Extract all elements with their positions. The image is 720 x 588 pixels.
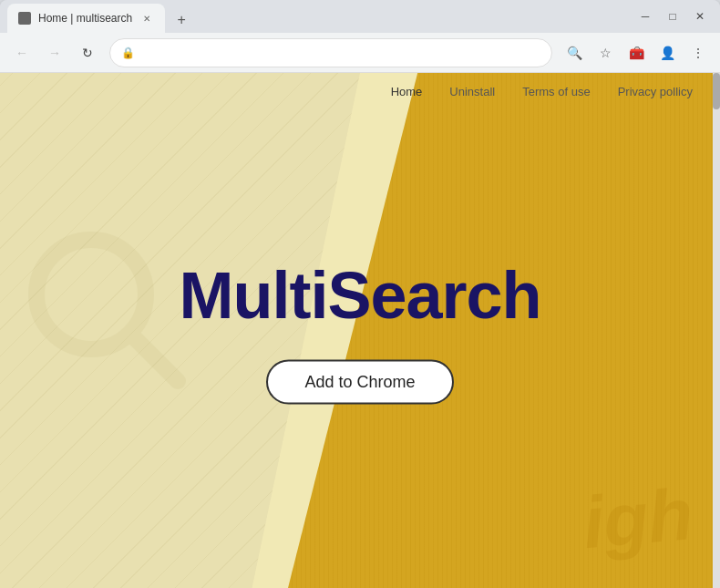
minimize-button[interactable]: ─ [633,4,658,29]
close-button[interactable]: ✕ [687,4,713,29]
forward-button[interactable]: → [40,38,69,67]
search-button[interactable]: 🔍 [560,38,589,67]
web-content: igh Home Uninstall Terms of use Privacy … [0,73,720,588]
toolbar-actions: 🔍 ☆ 🧰 👤 ⋮ [560,38,713,67]
address-bar[interactable]: 🔒 [109,38,552,67]
title-bar: Home | multisearch ✕ + ─ □ ✕ [0,0,720,33]
nav-home[interactable]: Home [391,85,423,98]
toolbar: ← → ↻ 🔒 🔍 ☆ 🧰 👤 ⋮ [0,33,720,73]
extensions-button[interactable]: 🧰 [622,38,651,67]
profile-button[interactable]: 👤 [653,38,682,67]
nav-terms[interactable]: Terms of use [522,85,590,98]
lock-icon: 🔒 [121,46,135,59]
hero-section: MultiSearch Add to Chrome [87,257,633,404]
site-navigation: Home Uninstall Terms of use Privacy poll… [0,73,720,109]
maximize-button[interactable]: □ [660,4,685,29]
menu-button[interactable]: ⋮ [684,38,713,67]
nav-uninstall[interactable]: Uninstall [449,85,495,98]
new-tab-button[interactable]: + [169,7,194,33]
scrollbar[interactable] [713,73,720,588]
bookmark-button[interactable]: ☆ [591,38,620,67]
add-to-chrome-button[interactable]: Add to Chrome [266,359,453,404]
brand-title: MultiSearch [87,257,633,332]
nav-privacy[interactable]: Privacy pollicy [618,85,693,98]
back-button[interactable]: ← [7,38,36,67]
watermark-text: igh [580,472,696,565]
active-tab[interactable]: Home | multisearch ✕ [7,4,165,33]
browser-window: Home | multisearch ✕ + ─ □ ✕ ← → ↻ 🔒 🔍 [0,0,720,588]
tab-close-button[interactable]: ✕ [139,11,154,26]
tabs-area: Home | multisearch ✕ + [7,0,633,33]
tab-favicon [18,12,31,25]
window-controls: ─ □ ✕ [633,4,713,29]
refresh-button[interactable]: ↻ [73,38,102,67]
tab-title: Home | multisearch [38,12,132,25]
page: igh Home Uninstall Terms of use Privacy … [0,73,720,588]
